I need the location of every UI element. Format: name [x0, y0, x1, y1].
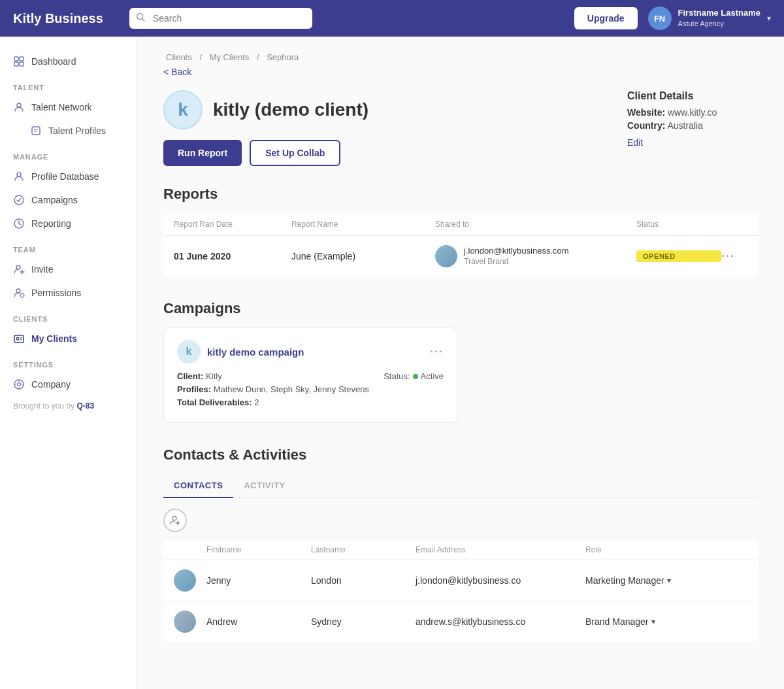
campaign-profiles: Profiles: Mathew Dunn, Steph Sky, Jenny … — [177, 384, 369, 394]
sidebar-item-label: Invite — [31, 264, 53, 275]
col-role: Role — [585, 545, 747, 554]
permissions-icon — [13, 287, 25, 299]
contact-avatar-andrew — [174, 611, 196, 633]
sidebar-item-label: Talent Profiles — [48, 126, 106, 136]
table-row: 01 June 2020 June (Example) j.london@kit… — [163, 236, 758, 277]
svg-point-28 — [172, 516, 176, 520]
campaign-icon: k — [177, 340, 201, 363]
sidebar-item-talent-network[interactable]: Talent Network — [0, 95, 137, 119]
sidebar-item-invite[interactable]: Invite — [0, 258, 137, 281]
sidebar-item-company[interactable]: Company — [0, 373, 137, 396]
sidebar-item-talent-profiles[interactable]: Talent Profiles — [0, 119, 137, 143]
campaign-name[interactable]: kitly demo campaign — [207, 346, 304, 358]
sidebar-item-label: Campaigns — [31, 195, 78, 205]
topnav-right: Upgrade FN Firstname Lastname Astute Age… — [574, 7, 771, 30]
col-firstname: Firstname — [206, 545, 311, 554]
reports-table: Report Ran Date Report Name Shared to St… — [163, 213, 758, 277]
svg-line-1 — [142, 19, 144, 22]
chevron-down-icon[interactable]: ▾ — [767, 14, 771, 23]
chevron-down-icon: ▾ — [651, 617, 655, 626]
sidebar-item-label: Reporting — [31, 218, 71, 229]
profile-database-icon — [13, 171, 25, 182]
contact-brand: Travel Brand — [464, 257, 569, 267]
contacts-table-header: Firstname Lastname Email Address Role — [163, 540, 758, 560]
table-row: Jenny London j.london@kitlybusiness.co M… — [163, 560, 758, 601]
client-actions: Run Report Set Up Collab — [163, 140, 368, 166]
reporting-icon — [13, 218, 25, 229]
tab-activity[interactable]: ACTIVITY — [233, 474, 295, 498]
campaign-deliverables: Total Deliverables: 2 — [177, 397, 369, 407]
sidebar: Dashboard TALENT Talent Network Talent P… — [0, 37, 137, 689]
sidebar-item-my-clients[interactable]: My Clients — [0, 327, 137, 350]
user-info: Firstname Lastname Astute Agency — [678, 8, 760, 28]
upgrade-button[interactable]: Upgrade — [574, 7, 638, 29]
report-name: June (Example) — [291, 251, 435, 261]
svg-rect-2 — [14, 57, 18, 61]
client-details: Client Details Website: www.kitly.co Cou… — [627, 90, 758, 148]
sidebar-section-talent: TALENT — [0, 73, 137, 95]
client-name: kitly (demo client) — [213, 99, 368, 120]
svg-point-16 — [16, 289, 20, 293]
company-icon — [13, 378, 25, 390]
user-agency: Astute Agency — [678, 19, 760, 28]
breadcrumb: Clients / My Clients / Sephora — [163, 52, 758, 62]
search-icon — [136, 12, 145, 24]
sidebar-item-permissions[interactable]: Permissions — [0, 281, 137, 305]
report-date: 01 June 2020 — [174, 251, 291, 261]
contacts-tabs: CONTACTS ACTIVITY — [163, 474, 758, 498]
col-shared-to: Shared to — [435, 220, 636, 229]
contacts-table: Firstname Lastname Email Address Role Je… — [163, 540, 758, 642]
edit-link[interactable]: Edit — [627, 137, 643, 148]
col-actions — [721, 220, 747, 229]
campaigns-section: Campaigns k kitly demo campaign ··· Clie… — [163, 300, 758, 423]
tab-contacts[interactable]: CONTACTS — [163, 474, 233, 498]
client-website-row: Website: www.kitly.co — [627, 107, 758, 118]
col-report-name: Report Name — [291, 220, 435, 229]
svg-point-10 — [17, 173, 21, 176]
avatar: FN — [648, 7, 672, 30]
more-options-button[interactable]: ··· — [721, 250, 747, 263]
shared-to-cell: j.london@kitlybusiness.com Travel Brand — [435, 245, 636, 267]
client-header: k kitly (demo client) Run Report Set Up … — [163, 90, 758, 166]
sidebar-section-clients: CLIENTS — [0, 305, 137, 327]
sidebar-item-label: Dashboard — [31, 56, 76, 67]
role-select-andrew[interactable]: Brand Manager ▾ — [585, 616, 747, 627]
setup-collab-button[interactable]: Set Up Collab — [250, 140, 340, 166]
brought-by-link[interactable]: Q-83 — [76, 401, 94, 411]
col-lastname: Lastname — [311, 545, 416, 554]
search-area — [129, 8, 312, 29]
contact-firstname: Andrew — [206, 616, 311, 627]
run-report-button[interactable]: Run Report — [163, 140, 242, 166]
sidebar-item-profile-database[interactable]: Profile Database — [0, 165, 137, 188]
search-input[interactable] — [129, 8, 312, 29]
brought-by: Brought to you by Q-83 — [0, 396, 137, 416]
svg-point-17 — [20, 294, 24, 297]
sidebar-item-label: Company — [31, 379, 71, 390]
campaigns-icon — [13, 194, 25, 206]
sidebar-item-label: Talent Network — [31, 102, 92, 112]
sidebar-item-dashboard[interactable]: Dashboard — [0, 50, 137, 73]
campaign-more-button[interactable]: ··· — [430, 345, 444, 359]
add-contact-button[interactable] — [163, 509, 187, 532]
campaign-title-area: k kitly demo campaign — [177, 340, 304, 363]
sidebar-item-campaigns[interactable]: Campaigns — [0, 188, 137, 212]
contacts-title: Contacts & Activities — [163, 446, 758, 463]
talent-profiles-icon — [30, 125, 42, 137]
back-link[interactable]: < Back — [163, 67, 191, 77]
contact-avatar-jenny — [174, 569, 196, 592]
invite-icon — [13, 263, 25, 275]
campaign-details: Client: Kitly Profiles: Mathew Dunn, Ste… — [177, 371, 369, 411]
contact-lastname: London — [311, 575, 416, 586]
contact-lastname: Sydney — [311, 616, 416, 627]
contact-avatar-jenny — [435, 245, 457, 267]
topnav: Kitly Business Upgrade FN Firstname Last… — [0, 0, 784, 37]
role-select-jenny[interactable]: Marketing Manager ▾ — [585, 575, 747, 586]
svg-rect-4 — [14, 62, 18, 66]
app-logo: Kitly Business — [13, 11, 103, 26]
contact-email: andrew.s@kitlybusiness.co — [416, 616, 585, 627]
sidebar-item-reporting[interactable]: Reporting — [0, 212, 137, 235]
campaign-client: Client: Kitly — [177, 371, 369, 381]
col-status: Status — [636, 220, 721, 229]
col-report-date: Report Ran Date — [174, 220, 291, 229]
contact-firstname: Jenny — [206, 575, 311, 586]
